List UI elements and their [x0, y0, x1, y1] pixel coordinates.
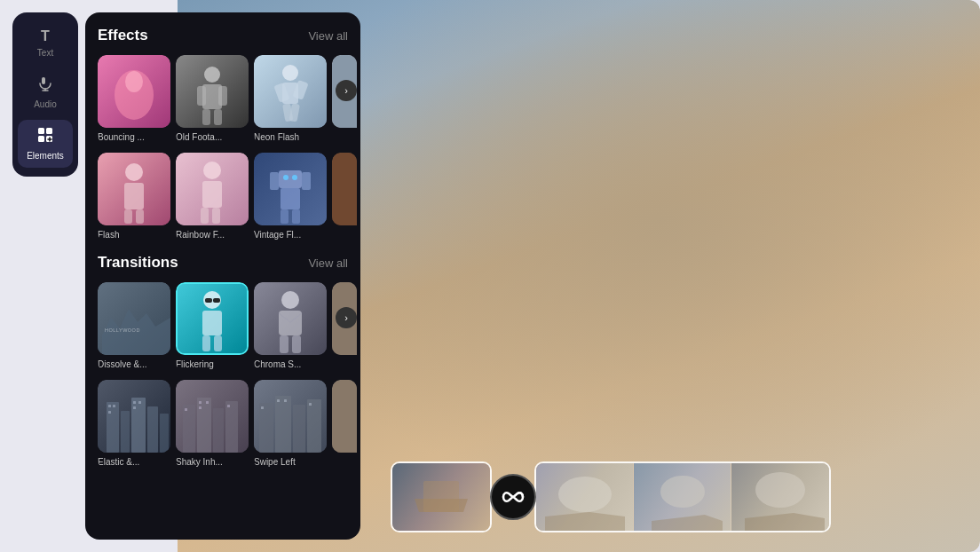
- transition-card-swipe-left[interactable]: Swipe Left: [254, 380, 327, 469]
- transition-card-dissolve[interactable]: HOLLYWOOD Dissolve &...: [98, 282, 170, 371]
- effect-card-bouncing[interactable]: Bouncing ...: [98, 55, 170, 144]
- transition-label-chromas: Chroma S...: [254, 359, 301, 369]
- svg-rect-18: [214, 109, 222, 125]
- elements-icon: [37, 127, 53, 147]
- svg-rect-55: [202, 335, 210, 351]
- svg-rect-77: [197, 398, 211, 453]
- svg-rect-69: [108, 405, 111, 407]
- transition-card-chromas[interactable]: Chroma S...: [254, 282, 327, 371]
- svg-rect-72: [133, 401, 136, 404]
- effect-label-vintage-fl: Vintage Fl...: [254, 230, 301, 240]
- effect-thumb-vintage-fl: [254, 153, 327, 225]
- effect-thumb-bouncing: [98, 55, 170, 128]
- svg-rect-38: [279, 170, 302, 188]
- sidebar-item-text[interactable]: T Text: [18, 21, 73, 65]
- transition-label-flickering: Flickering: [176, 359, 214, 369]
- filmstrip: [391, 461, 831, 532]
- effect-label-rainbow: Rainbow F...: [176, 230, 225, 240]
- svg-rect-71: [108, 411, 111, 414]
- transition-thumb-chromas: [254, 282, 327, 355]
- svg-rect-66: [131, 398, 146, 453]
- effects-view-all[interactable]: View all: [308, 29, 348, 43]
- effect-card-old-footage[interactable]: Old Foota...: [176, 55, 249, 144]
- transitions-row-1: HOLLYWOOD Dissolve &...: [98, 282, 348, 371]
- transition-card-fl2[interactable]: [332, 380, 357, 469]
- svg-rect-84: [227, 405, 230, 407]
- svg-rect-87: [275, 396, 291, 453]
- sidebar-item-audio[interactable]: Audio: [18, 68, 73, 116]
- svg-rect-80: [185, 408, 187, 411]
- svg-rect-70: [113, 405, 115, 407]
- effect-card-neon-flash[interactable]: Neon Flash: [254, 55, 327, 144]
- svg-rect-41: [302, 172, 311, 190]
- svg-point-44: [283, 175, 288, 180]
- transition-card-flickering[interactable]: Flickering: [176, 282, 249, 371]
- svg-point-11: [125, 71, 143, 92]
- svg-rect-82: [206, 401, 209, 404]
- svg-rect-81: [199, 401, 202, 404]
- svg-rect-35: [201, 208, 209, 224]
- svg-rect-42: [281, 209, 288, 224]
- sidebar-item-text-label: Text: [37, 48, 53, 58]
- svg-point-98: [558, 477, 612, 512]
- effect-label-flash: Flash: [98, 230, 119, 240]
- svg-rect-53: [213, 298, 220, 303]
- transitions-row-2: Elastic &...: [98, 380, 348, 469]
- film-clip-3[interactable]: [634, 463, 731, 531]
- svg-rect-91: [277, 399, 280, 402]
- svg-point-58: [281, 291, 299, 309]
- svg-rect-51: [202, 311, 222, 335]
- transitions-title: Transitions: [98, 254, 178, 272]
- transition-label-swipe-left: Swipe Left: [254, 457, 296, 467]
- svg-rect-61: [292, 335, 301, 353]
- svg-rect-88: [293, 405, 305, 453]
- effect-card-vintage-fl[interactable]: Vintage Fl...: [254, 153, 327, 241]
- effect-thumb-flash: [98, 153, 170, 225]
- svg-rect-5: [38, 136, 44, 142]
- effect-label-bouncing: Bouncing ...: [98, 132, 145, 142]
- effect-card-rainbow[interactable]: Rainbow F...: [176, 153, 249, 241]
- svg-point-45: [292, 175, 297, 180]
- transitions-view-all[interactable]: View all: [308, 256, 348, 270]
- film-clip-4[interactable]: [731, 463, 829, 531]
- sidebar-item-elements[interactable]: Elements: [18, 120, 73, 168]
- svg-rect-16: [218, 86, 227, 106]
- effect-thumb-neon-flash: [254, 55, 327, 128]
- svg-point-28: [125, 163, 143, 181]
- filmstrip-right-group: [534, 461, 831, 532]
- effect-thumb-rainbow: [176, 153, 249, 225]
- effects-title: Effects: [98, 27, 148, 44]
- svg-rect-93: [309, 403, 312, 406]
- svg-rect-76: [183, 405, 195, 453]
- effects-row1-next-arrow[interactable]: ›: [336, 80, 357, 101]
- svg-rect-83: [199, 406, 202, 409]
- svg-rect-56: [214, 335, 222, 351]
- effects-row-2: Flash Rainbow F...: [98, 153, 348, 241]
- effect-card-be[interactable]: [332, 153, 357, 241]
- svg-rect-79: [225, 401, 238, 453]
- svg-rect-92: [284, 399, 287, 402]
- svg-rect-40: [270, 172, 279, 190]
- transition-card-elastic[interactable]: Elastic &...: [98, 380, 170, 469]
- film-clip-1[interactable]: [392, 463, 490, 531]
- svg-rect-74: [133, 406, 136, 409]
- svg-rect-65: [121, 411, 130, 453]
- effects-section-header: Effects View all: [98, 27, 348, 44]
- film-clip-2[interactable]: [536, 463, 634, 531]
- svg-rect-46: [332, 153, 357, 225]
- effect-label-neon-flash: Neon Flash: [254, 132, 299, 142]
- transitions-row1-next-arrow[interactable]: ›: [336, 307, 357, 328]
- effect-card-flash[interactable]: Flash: [98, 153, 170, 241]
- transition-label-elastic: Elastic &...: [98, 457, 139, 467]
- svg-rect-94: [332, 380, 357, 453]
- svg-rect-15: [197, 86, 206, 106]
- svg-rect-17: [202, 109, 210, 125]
- svg-point-20: [282, 65, 298, 81]
- transition-thumb-shaky-inh: [176, 380, 249, 453]
- svg-rect-86: [259, 403, 273, 453]
- svg-point-13: [204, 67, 220, 83]
- svg-rect-29: [124, 183, 144, 209]
- transition-card-shaky-inh[interactable]: Shaky Inh...: [176, 380, 249, 469]
- effects-panel: Effects View all Boun: [85, 12, 360, 540]
- meta-logo-container[interactable]: [490, 474, 536, 520]
